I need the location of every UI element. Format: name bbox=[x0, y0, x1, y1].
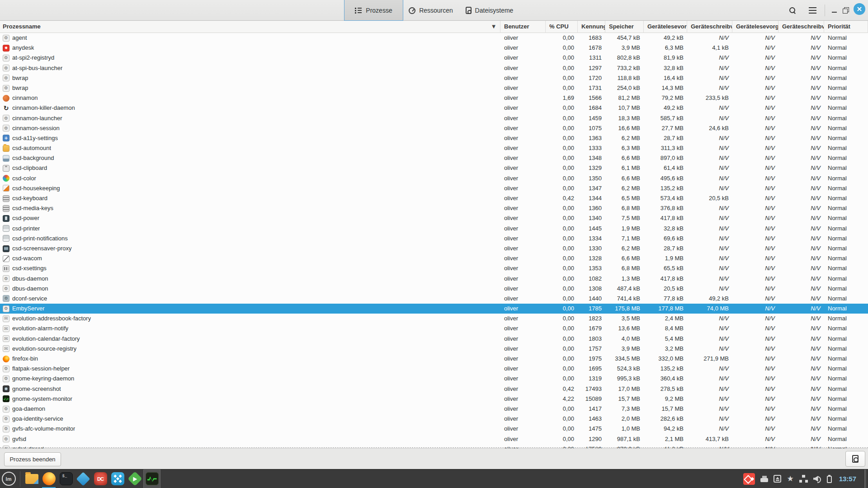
taskbar-kodi[interactable] bbox=[75, 469, 92, 488]
process-row[interactable]: gvfs-afc-volume-monitoroliver0,0014751,0… bbox=[0, 424, 868, 434]
disk-icon bbox=[466, 7, 472, 14]
gear-icon bbox=[3, 75, 9, 81]
process-row[interactable]: cinnamon-killer-daemonoliver0,00168410,7… bbox=[0, 103, 868, 113]
column-header-dev_read-7[interactable]: Gerätelesevorg bbox=[732, 21, 778, 33]
process-row[interactable]: csd-housekeepingoliver0,0013476,2 MB135,… bbox=[0, 183, 868, 193]
menu-button[interactable] bbox=[805, 3, 820, 18]
process-row[interactable]: csd-print-notificationsoliver0,0013347,1… bbox=[0, 234, 868, 244]
process-row[interactable]: csd-backgroundoliver0,0013486,6 MB897,0 … bbox=[0, 153, 868, 163]
tab-dateisysteme[interactable]: Dateisysteme bbox=[458, 0, 520, 21]
cell-user: oliver bbox=[500, 153, 546, 163]
process-row[interactable]: csd-xsettingsoliver0,0013536,8 MB65,5 kB… bbox=[0, 263, 868, 273]
maximize-button[interactable] bbox=[839, 3, 853, 18]
process-row[interactable]: csd-clipboardoliver0,0013296,1 MB61,4 kB… bbox=[0, 163, 868, 173]
process-row[interactable]: flatpak-session-helperoliver0,001695524,… bbox=[0, 364, 868, 374]
process-row[interactable]: gnome-keyring-daemonoliver0,001319995,3 … bbox=[0, 374, 868, 384]
wacom-icon bbox=[3, 255, 9, 262]
process-row[interactable]: csd-a11y-settingsoliver0,0013636,2 MB28,… bbox=[0, 133, 868, 143]
column-header-cpu[interactable]: % CPU bbox=[546, 21, 578, 33]
inspect-button[interactable] bbox=[845, 451, 865, 467]
clock[interactable]: 13:57 bbox=[837, 475, 858, 483]
process-row[interactable]: csd-coloroliver0,0013506,6 MB495,6 kBN/V… bbox=[0, 174, 868, 183]
process-row[interactable]: at-spi-bus-launcheroliver0,001297733,2 k… bbox=[0, 63, 868, 73]
search-button[interactable] bbox=[785, 3, 800, 18]
tab-ressourcen[interactable]: Ressourcen bbox=[403, 0, 458, 21]
process-row[interactable]: bwrapoliver0,001731254,0 kB14,3 MBN/VN/V… bbox=[0, 83, 868, 93]
process-row[interactable]: goa-daemonoliver0,0014177,3 MB15,7 MBN/V… bbox=[0, 404, 868, 414]
tray-volume[interactable] bbox=[813, 469, 821, 488]
process-row[interactable]: anydeskoliver0,0016783,9 MB6,3 MB4,1 kBN… bbox=[0, 43, 868, 53]
process-row[interactable]: gvfsdoliver0,001290987,1 kB2,1 MB413,7 k… bbox=[0, 434, 868, 444]
process-row[interactable]: dbus-daemonoliver0,001308487,4 kB20,5 kB… bbox=[0, 284, 868, 294]
process-row[interactable]: gvfsd-dnssdoliver0,0017589978,9 kB41,0 k… bbox=[0, 444, 868, 448]
cell-pid: 1082 bbox=[578, 274, 605, 284]
process-row[interactable]: at-spi2-registrydoliver0,001311802,8 kB8… bbox=[0, 53, 868, 63]
end-process-button[interactable]: Prozess beenden bbox=[4, 452, 61, 466]
tray-removable-media[interactable] bbox=[774, 469, 781, 488]
taskbar-double-commander[interactable]: DC bbox=[92, 469, 109, 488]
process-row[interactable]: dbus-daemonoliver0,0010821,3 MB417,8 kBN… bbox=[0, 274, 868, 284]
column-header-dev_write-8[interactable]: Geräteschreibv bbox=[778, 21, 824, 33]
cell-cpu: 0,00 bbox=[546, 103, 578, 113]
process-row[interactable]: bwrapoliver0,001720118,8 kB16,4 kBN/VN/V… bbox=[0, 73, 868, 83]
tab-prozesse[interactable]: Prozesse bbox=[344, 0, 403, 21]
taskbar-system-monitor[interactable] bbox=[143, 469, 160, 488]
tab-label: Ressourcen bbox=[419, 7, 453, 14]
taskbar-blue-media-app[interactable] bbox=[109, 469, 126, 488]
tray-anydesk[interactable] bbox=[743, 469, 755, 488]
cell-cpu: 0,00 bbox=[546, 83, 578, 93]
cell-cpu: 0,00 bbox=[546, 253, 578, 263]
cell-user: oliver bbox=[500, 253, 546, 263]
process-row[interactable]: dconf-serviceoliver0,001440741,4 kB77,8 … bbox=[0, 294, 868, 304]
column-header-user[interactable]: Benutzer bbox=[500, 21, 546, 33]
cell-cpu: 0,00 bbox=[546, 434, 578, 444]
process-row[interactable]: csd-wacomoliver0,0013286,6 MB1,9 MBN/VN/… bbox=[0, 253, 868, 263]
show-desktop-button[interactable] bbox=[863, 469, 866, 488]
column-label: Speicher bbox=[609, 23, 634, 30]
taskbar-emby[interactable] bbox=[126, 469, 143, 488]
cell-cpu: 4,22 bbox=[546, 394, 578, 404]
process-row[interactable]: csd-screensaver-proxyoliver0,0013306,2 M… bbox=[0, 244, 868, 253]
close-button[interactable] bbox=[854, 3, 865, 15]
process-row[interactable]: evolution-alarm-notifyoliver0,00167913,6… bbox=[0, 324, 868, 333]
taskbar-files[interactable] bbox=[23, 469, 40, 488]
tray-printer[interactable] bbox=[760, 469, 768, 488]
column-header-dev_write_total-6[interactable]: Geräteschreibv bbox=[687, 21, 732, 33]
process-row[interactable]: evolution-addressbook-factoryoliver0,001… bbox=[0, 314, 868, 324]
process-row[interactable]: csd-automountoliver0,0013336,3 MB311,3 k… bbox=[0, 143, 868, 153]
cell-cpu: 0,00 bbox=[546, 274, 578, 284]
taskbar-firefox[interactable] bbox=[40, 469, 57, 488]
process-row[interactable]: csd-poweroliver0,0013407,5 MB417,8 kBN/V… bbox=[0, 213, 868, 223]
process-row[interactable]: evolution-source-registryoliver0,0017573… bbox=[0, 344, 868, 354]
cell-pid: 1475 bbox=[578, 424, 605, 434]
cell-dev_write: N/V bbox=[778, 224, 824, 234]
process-row[interactable]: csd-printeroliver0,0014451,9 MB32,8 kBN/… bbox=[0, 224, 868, 234]
taskbar-terminal[interactable]: $_ bbox=[57, 469, 75, 488]
process-row[interactable]: agentoliver0,001683454,7 kB49,2 kBN/VN/V… bbox=[0, 33, 868, 43]
process-row[interactable]: EmbyServeroliver0,001785175,8 MB177,8 MB… bbox=[0, 304, 868, 314]
taskbar-mint-menu[interactable]: lm bbox=[0, 469, 17, 488]
process-row[interactable]: gnome-screenshotoliver0,421749317,0 MB27… bbox=[0, 384, 868, 394]
cell-pid: 1731 bbox=[578, 83, 605, 93]
process-row[interactable]: cinnamon-sessionoliver0,00107516,6 MB27,… bbox=[0, 123, 868, 133]
tray-battery[interactable] bbox=[827, 469, 832, 488]
process-row[interactable]: csd-media-keysoliver0,0013606,8 MB376,8 … bbox=[0, 203, 868, 213]
column-header-memory[interactable]: Speicher bbox=[605, 21, 644, 33]
anydesk-icon bbox=[3, 45, 9, 52]
column-header-priority[interactable]: Priorität bbox=[824, 21, 868, 33]
column-header-dev_read_total-5[interactable]: Gerätelesevorg bbox=[644, 21, 687, 33]
process-row[interactable]: gnome-system-monitoroliver4,221508915,7 … bbox=[0, 394, 868, 404]
cell-pid: 1445 bbox=[578, 224, 605, 234]
process-row[interactable]: goa-identity-serviceoliver0,0014632,0 MB… bbox=[0, 414, 868, 424]
cell-pid: 1695 bbox=[578, 364, 605, 374]
process-row[interactable]: firefox-binoliver0,001975334,5 MB332,0 M… bbox=[0, 354, 868, 364]
column-header-name[interactable]: Prozessname bbox=[0, 21, 500, 33]
cell-cpu: 0,00 bbox=[546, 314, 578, 324]
tray-favorites-star[interactable] bbox=[787, 469, 793, 488]
process-row[interactable]: evolution-calendar-factoryoliver0,001803… bbox=[0, 334, 868, 344]
process-row[interactable]: csd-keyboardoliver0,4213446,5 MB573,4 kB… bbox=[0, 193, 868, 203]
tray-network[interactable] bbox=[799, 469, 808, 488]
column-header-pid[interactable]: Kennung bbox=[578, 21, 605, 33]
process-row[interactable]: cinnamonoliver1,69156681,2 MB79,2 MB233,… bbox=[0, 93, 868, 103]
process-row[interactable]: cinnamon-launcheroliver0,00145918,3 MB58… bbox=[0, 113, 868, 123]
